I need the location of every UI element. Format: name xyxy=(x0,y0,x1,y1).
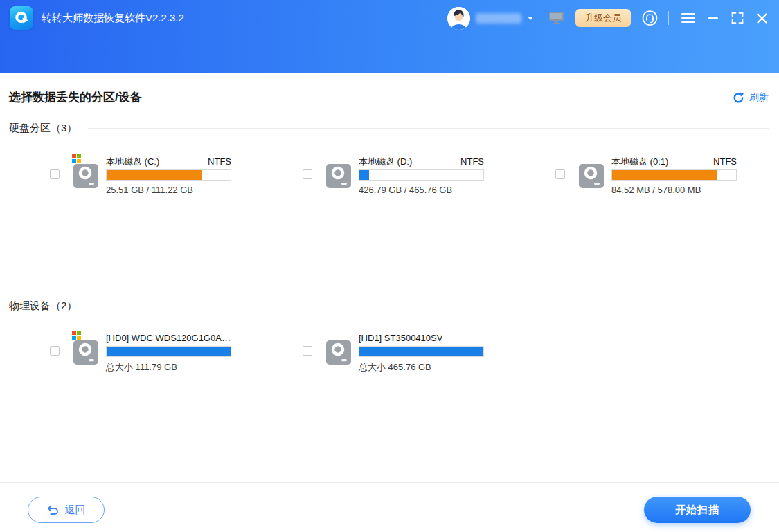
usage-bar xyxy=(106,169,231,181)
section-title-devices: 物理设备（2） xyxy=(9,300,77,313)
device-size: 总大小 465.76 GB xyxy=(359,361,484,374)
checkbox[interactable] xyxy=(555,169,565,179)
section-divider xyxy=(88,128,769,129)
usage-bar-fill xyxy=(359,347,483,356)
app-title: 转转大师数据恢复软件V2.2.3.2 xyxy=(42,12,184,25)
partition-size: 25.51 GB / 111.22 GB xyxy=(106,185,231,195)
footer: 返回 开始扫描 xyxy=(0,482,779,532)
usage-bar xyxy=(359,169,484,181)
partition-name: 本地磁盘 (C:) xyxy=(106,155,159,168)
filesystem-label: NTFS xyxy=(460,155,484,168)
usage-bar-fill xyxy=(612,170,717,180)
disk-icon xyxy=(325,158,352,194)
maximize-icon[interactable] xyxy=(731,11,744,25)
titlebar-divider xyxy=(668,11,669,25)
filesystem-label: NTFS xyxy=(713,155,737,168)
refresh-icon xyxy=(733,92,744,104)
customer-service-icon[interactable] xyxy=(641,10,659,27)
section-header-devices: 物理设备（2） xyxy=(9,300,769,313)
disk-icon xyxy=(325,334,352,370)
partition-list: 本地磁盘 (C:) NTFS 25.51 GB / 111.22 GB 本地磁 xyxy=(42,154,779,195)
menu-icon[interactable] xyxy=(681,12,696,24)
titlebar: 转转大师数据恢复软件V2.2.3.2 xyxy=(0,0,779,73)
username-redacted xyxy=(476,13,521,24)
back-label: 返回 xyxy=(65,504,86,517)
device-list: [HD0] WDC WDS120G1G0A-0... 总大小 111.79 GB… xyxy=(42,330,547,374)
display-icon[interactable] xyxy=(548,11,564,25)
back-button[interactable]: 返回 xyxy=(28,497,105,523)
usage-bar xyxy=(106,346,231,357)
undo-icon xyxy=(47,505,59,515)
user-avatar[interactable] xyxy=(447,7,470,30)
partition-card-c[interactable]: 本地磁盘 (C:) NTFS 25.51 GB / 111.22 GB xyxy=(42,154,294,195)
usage-bar-fill xyxy=(107,347,231,356)
disk-icon xyxy=(72,158,100,194)
close-icon[interactable] xyxy=(756,12,768,24)
section-title-partitions: 硬盘分区（3） xyxy=(9,122,77,135)
device-size: 总大小 111.79 GB xyxy=(106,361,231,374)
upgrade-membership-button[interactable]: 升级会员 xyxy=(575,9,631,27)
disk-icon xyxy=(72,334,100,370)
refresh-button[interactable]: 刷新 xyxy=(733,91,769,104)
device-name: [HD1] ST3500410SV xyxy=(359,331,442,345)
usage-bar xyxy=(611,169,737,181)
partition-name: 本地磁盘 (D:) xyxy=(359,155,412,168)
usage-bar-fill xyxy=(359,170,369,180)
checkbox[interactable] xyxy=(50,169,60,179)
partition-size: 84.52 MB / 578.00 MB xyxy=(611,185,737,195)
device-card-hd1[interactable]: [HD1] ST3500410SV 总大小 465.76 GB xyxy=(294,330,547,374)
checkbox[interactable] xyxy=(303,169,312,179)
page-title: 选择数据丢失的分区/设备 xyxy=(9,89,142,105)
device-card-hd0[interactable]: [HD0] WDC WDS120G1G0A-0... 总大小 111.79 GB xyxy=(42,330,294,374)
partition-card-d[interactable]: 本地磁盘 (D:) NTFS 426.79 GB / 465.76 GB xyxy=(294,154,547,195)
app-window: 转转大师数据恢复软件V2.2.3.2 xyxy=(0,0,779,532)
usage-bar-fill xyxy=(107,170,202,180)
caret-down-icon[interactable] xyxy=(528,17,533,20)
partition-name: 本地磁盘 (0:1) xyxy=(611,155,668,168)
partition-card-01[interactable]: 本地磁盘 (0:1) NTFS 84.52 MB / 578.00 MB xyxy=(547,154,779,195)
app-logo-icon xyxy=(10,6,33,30)
partition-size: 426.79 GB / 465.76 GB xyxy=(359,185,484,195)
start-scan-button[interactable]: 开始扫描 xyxy=(644,497,751,523)
minimize-icon[interactable] xyxy=(708,12,719,24)
checkbox[interactable] xyxy=(303,346,312,356)
refresh-label: 刷新 xyxy=(749,91,769,104)
windows-logo-icon xyxy=(72,331,81,340)
checkbox[interactable] xyxy=(50,346,60,356)
disk-icon xyxy=(577,158,605,194)
device-name: [HD0] WDC WDS120G1G0A-0... xyxy=(106,331,231,345)
filesystem-label: NTFS xyxy=(208,155,231,168)
windows-logo-icon xyxy=(72,154,81,163)
section-header-partitions: 硬盘分区（3） xyxy=(9,122,769,135)
usage-bar xyxy=(359,346,484,357)
section-divider xyxy=(88,306,769,306)
